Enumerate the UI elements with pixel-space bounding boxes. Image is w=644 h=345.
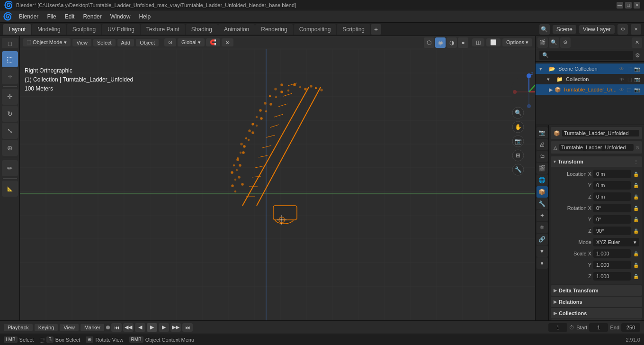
- collections-header[interactable]: ▶ Collections: [551, 308, 642, 318]
- current-frame-field[interactable]: 1: [548, 323, 567, 332]
- end-frame-field[interactable]: 250: [621, 323, 640, 332]
- scene-selector[interactable]: Scene: [553, 25, 576, 34]
- rs-filter-icon[interactable]: ⚙: [560, 37, 571, 48]
- location-x-lock[interactable]: 🔒: [633, 171, 639, 177]
- outliner-filter-icon[interactable]: ⚙: [635, 52, 640, 59]
- transform-orientation-selector[interactable]: Global ▾: [178, 38, 205, 46]
- cursor-tool[interactable]: ⊹: [2, 68, 18, 84]
- prev-key-btn[interactable]: ◀: [135, 323, 145, 332]
- prop-modifiers-icon[interactable]: 🔧: [537, 198, 548, 209]
- overlay-toggle[interactable]: ◫: [472, 38, 484, 46]
- playback-menu[interactable]: Playback: [4, 324, 33, 331]
- scale-x-lock[interactable]: 🔒: [633, 250, 639, 257]
- mesh-name-field[interactable]: Turntable_Ladder_Unfolded: [559, 144, 634, 151]
- grid-area[interactable]: Z X Y 🔍 ✋ 📷: [20, 49, 535, 320]
- obj-select-icon[interactable]: ⬚: [626, 86, 633, 93]
- menu-help[interactable]: Help: [135, 12, 154, 21]
- wireframe-mode-btn[interactable]: ⬡: [424, 37, 434, 48]
- pivot-point-selector[interactable]: ⊙: [164, 38, 176, 46]
- view-menu-timeline[interactable]: View: [60, 324, 79, 331]
- close-scene-icon[interactable]: ✕: [631, 24, 641, 35]
- snap-toggle[interactable]: 🧲: [206, 38, 220, 46]
- rs-scene-icon[interactable]: 🎬: [537, 37, 548, 48]
- rotation-x-field[interactable]: 0°: [593, 204, 631, 212]
- mode-selector[interactable]: ⬚: [2, 38, 18, 48]
- fake-user-btn[interactable]: ⊙: [635, 145, 639, 150]
- col-eye-icon[interactable]: 👁: [618, 76, 625, 82]
- rotation-y-lock[interactable]: 🔒: [633, 216, 639, 223]
- tab-rendering[interactable]: Rendering: [255, 24, 293, 35]
- step-fwd-btn[interactable]: ▶▶: [170, 323, 181, 332]
- object-menu[interactable]: Object: [136, 39, 159, 46]
- vis-eye-icon[interactable]: 👁: [618, 65, 625, 72]
- transform-tool[interactable]: ⊕: [2, 140, 18, 156]
- select-tool[interactable]: ⬚: [2, 51, 18, 67]
- prop-output-icon[interactable]: 🖨: [537, 139, 548, 150]
- prop-constraints-icon[interactable]: 🔗: [537, 234, 548, 245]
- menu-edit[interactable]: Edit: [61, 12, 79, 21]
- menu-render[interactable]: Render: [79, 12, 105, 21]
- start-frame-field[interactable]: 1: [589, 323, 608, 332]
- outliner-search-field[interactable]: 🔍: [539, 51, 633, 60]
- viewport[interactable]: ⬚ Object Mode ▾ View Select Add Object ⊙…: [20, 36, 535, 320]
- tab-texture-paint[interactable]: Texture Paint: [141, 24, 185, 35]
- rotation-z-field[interactable]: 90°: [593, 227, 631, 235]
- scale-y-field[interactable]: 1.000: [593, 261, 631, 269]
- vis-render-icon[interactable]: 📷: [634, 65, 640, 72]
- location-x-field[interactable]: 0 m: [593, 170, 631, 178]
- tab-animation[interactable]: Animation: [218, 24, 255, 35]
- col-render-icon[interactable]: 📷: [634, 76, 640, 82]
- col-select-icon[interactable]: ⬚: [626, 76, 633, 82]
- render-engine-icon[interactable]: ⚙: [617, 24, 628, 35]
- prop-material-icon[interactable]: ●: [537, 257, 548, 269]
- select-menu[interactable]: Select: [93, 39, 116, 46]
- prop-object-icon[interactable]: 📦: [537, 186, 548, 198]
- rotation-x-lock[interactable]: 🔒: [633, 205, 639, 211]
- solid-mode-btn[interactable]: ◉: [435, 37, 446, 48]
- location-z-lock[interactable]: 🔒: [633, 193, 639, 200]
- play-btn[interactable]: ▶: [147, 323, 157, 332]
- material-mode-btn[interactable]: ◑: [447, 37, 457, 48]
- maximize-button[interactable]: □: [625, 2, 632, 9]
- obj-name-field[interactable]: Turntable_Ladder_Unfolded: [562, 130, 639, 136]
- transform-header[interactable]: ▾ Transform ⋮: [551, 156, 642, 167]
- scale-y-lock[interactable]: 🔒: [633, 262, 639, 268]
- prop-world-icon[interactable]: 🌐: [537, 174, 548, 186]
- marker-menu[interactable]: Marker: [80, 324, 104, 331]
- vis-select-icon[interactable]: ⬚: [626, 65, 633, 72]
- menu-file[interactable]: File: [43, 12, 60, 21]
- tab-layout[interactable]: Layout: [3, 24, 31, 35]
- scale-z-lock[interactable]: 🔒: [633, 273, 639, 280]
- tab-modeling[interactable]: Modeling: [32, 24, 66, 35]
- jump-end-btn[interactable]: ⏭: [182, 323, 193, 332]
- move-tool[interactable]: ✛: [2, 89, 18, 105]
- prop-render-icon[interactable]: 📷: [537, 127, 548, 138]
- menu-blender[interactable]: Blender: [15, 12, 42, 21]
- instancing-header[interactable]: ▶ Instancing: [551, 319, 642, 320]
- outliner-collection[interactable]: ▾ 📁 Collection 👁 ⬚ 📷: [536, 74, 644, 84]
- obj-eye-icon[interactable]: 👁: [618, 86, 625, 93]
- view-menu[interactable]: View: [72, 39, 91, 46]
- rotation-mode-dropdown[interactable]: XYZ Euler ▾: [593, 238, 639, 246]
- outliner-scene-collection[interactable]: ▾ 📂 Scene Collection 👁 ⬚ 📷: [536, 64, 644, 74]
- annotate-tool[interactable]: ✏: [2, 160, 18, 176]
- delta-transform-header[interactable]: ▶ Delta Transform: [551, 285, 642, 296]
- rendered-mode-btn[interactable]: ●: [458, 37, 468, 48]
- relations-header[interactable]: ▶ Relations: [551, 297, 642, 307]
- location-y-field[interactable]: 0 m: [593, 181, 631, 190]
- tab-uv-editing[interactable]: UV Editing: [102, 24, 140, 35]
- scale-z-field[interactable]: 1.000: [593, 272, 631, 281]
- minimize-button[interactable]: —: [617, 2, 623, 9]
- options-btn[interactable]: Options ▾: [502, 38, 532, 46]
- rotate-tool[interactable]: ↻: [2, 106, 18, 122]
- location-y-lock[interactable]: 🔒: [633, 182, 639, 189]
- keying-menu[interactable]: Keying: [35, 324, 58, 331]
- measure-tool[interactable]: 📐: [2, 181, 18, 197]
- tab-shading[interactable]: Shading: [186, 24, 218, 35]
- scale-x-field[interactable]: 1.000: [593, 249, 631, 258]
- location-z-field[interactable]: 0 m: [593, 192, 631, 201]
- close-button[interactable]: ✕: [634, 2, 640, 9]
- scale-tool[interactable]: ⤡: [2, 123, 18, 139]
- rs-close-icon[interactable]: ✕: [632, 37, 642, 48]
- view-layer-selector[interactable]: View Layer: [579, 25, 615, 34]
